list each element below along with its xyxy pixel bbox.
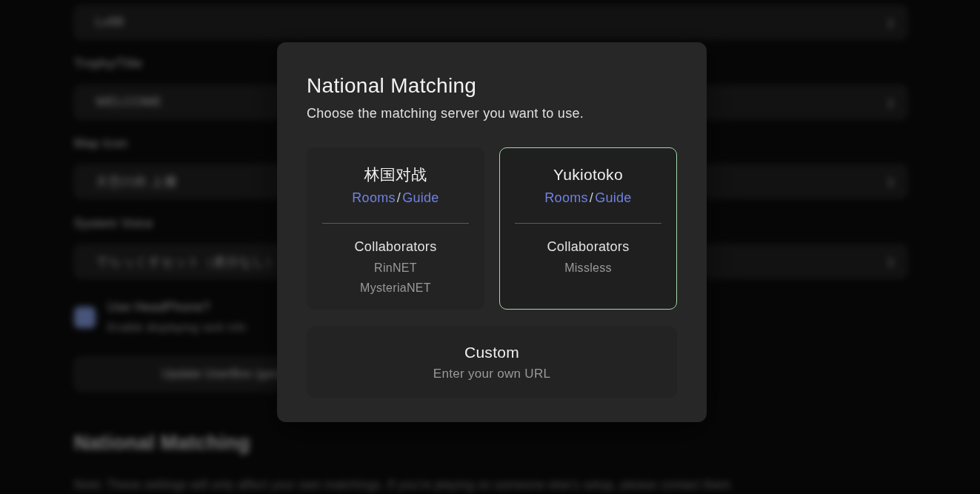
guide-link[interactable]: Guide bbox=[402, 190, 439, 205]
modal-title: National Matching bbox=[307, 73, 677, 99]
link-separator: / bbox=[588, 190, 595, 205]
collaborators-list: RinNET MysteriaNET bbox=[307, 258, 484, 298]
link-separator: / bbox=[396, 190, 402, 205]
page: Lv99 ❯ Trophy/Title WELCOME ❯ Map Icon 天… bbox=[0, 0, 980, 494]
card-divider bbox=[322, 223, 469, 224]
collaborator-name: MysteriaNET bbox=[307, 278, 484, 298]
national-matching-modal: National Matching Choose the matching se… bbox=[277, 42, 707, 422]
modal-subtitle: Choose the matching server you want to u… bbox=[307, 105, 677, 122]
card-divider bbox=[515, 223, 661, 224]
custom-server-card[interactable]: Custom Enter your own URL bbox=[307, 327, 677, 398]
collaborator-name: RinNET bbox=[307, 258, 484, 278]
server-name: Yukiotoko bbox=[500, 166, 676, 184]
server-links: Rooms/Guide bbox=[500, 189, 676, 207]
collaborators-heading: Collaborators bbox=[307, 238, 484, 256]
server-links: Rooms/Guide bbox=[307, 189, 484, 207]
collaborators-heading: Collaborators bbox=[500, 238, 676, 256]
collaborators-list: Missless bbox=[500, 258, 676, 278]
server-name: 林国对战 bbox=[307, 166, 484, 184]
collaborator-name: Missless bbox=[500, 258, 676, 278]
rooms-link[interactable]: Rooms bbox=[544, 190, 588, 205]
rooms-link[interactable]: Rooms bbox=[352, 190, 396, 205]
custom-subtitle: Enter your own URL bbox=[433, 367, 550, 381]
server-card-yukiotoko[interactable]: Yukiotoko Rooms/Guide Collaborators Miss… bbox=[499, 147, 677, 310]
custom-title: Custom bbox=[464, 344, 519, 361]
guide-link[interactable]: Guide bbox=[595, 190, 632, 205]
server-card-linguoduizhan[interactable]: 林国对战 Rooms/Guide Collaborators RinNET My… bbox=[307, 147, 484, 310]
server-options: 林国对战 Rooms/Guide Collaborators RinNET My… bbox=[307, 147, 677, 310]
